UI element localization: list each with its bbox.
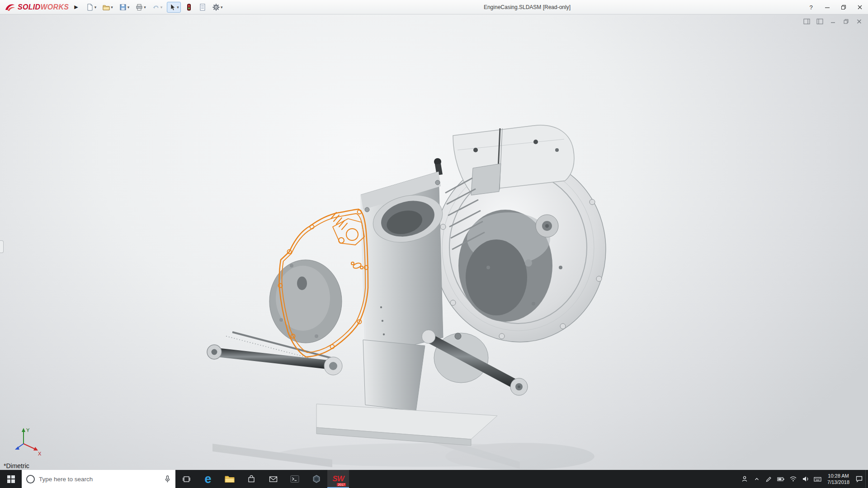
- action-center-icon: [855, 475, 863, 483]
- system-tray: 10:28 AM 7/13/2018: [738, 470, 868, 488]
- touch-keyboard-icon: [814, 476, 821, 482]
- windows-logo-icon: [7, 475, 15, 483]
- doc-close-button[interactable]: [854, 17, 863, 25]
- microphone-icon[interactable]: [164, 475, 171, 483]
- engine-casing-model[interactable]: [0, 14, 868, 470]
- mail-icon: [269, 476, 278, 483]
- undo-icon: [152, 4, 160, 11]
- title-bar: SOLIDWORKS ▶ ▾ ▾ ▾: [0, 0, 868, 14]
- pen-icon: [765, 476, 772, 483]
- solidworks-letters: SW: [332, 474, 344, 483]
- action-center-button[interactable]: [853, 470, 865, 488]
- print-icon: [136, 4, 143, 11]
- edge-button[interactable]: e: [197, 470, 219, 488]
- pane-left-button[interactable]: [802, 17, 811, 25]
- cortana-icon: [26, 475, 35, 483]
- save-icon: [119, 4, 127, 11]
- new-document-icon: [86, 4, 94, 11]
- people-icon: [741, 475, 748, 483]
- battery-icon: [777, 476, 785, 482]
- hidden-icons-button[interactable]: [750, 470, 763, 488]
- window-controls: ?: [803, 0, 868, 14]
- mail-button[interactable]: [262, 470, 284, 488]
- pane-right-button[interactable]: [815, 17, 824, 25]
- doc-minimize-button[interactable]: [828, 17, 837, 25]
- command-prompt-icon: [290, 475, 299, 483]
- network-button[interactable]: [787, 470, 799, 488]
- restore-button[interactable]: [835, 0, 852, 14]
- hidden-icons-caret-icon: [754, 476, 760, 482]
- options-gear-icon: [212, 4, 220, 11]
- volume-button[interactable]: [799, 470, 811, 488]
- logo-text-solid: SOLID: [18, 3, 40, 11]
- undo-button[interactable]: ▾: [151, 2, 165, 13]
- solidworks-logo: SOLIDWORKS: [0, 3, 71, 12]
- rebuild-traffic-light-icon: [185, 4, 193, 11]
- touch-keyboard-button[interactable]: [811, 470, 824, 488]
- close-button[interactable]: [852, 0, 868, 14]
- select-tool-button[interactable]: ▾: [167, 2, 181, 13]
- minimize-button[interactable]: [819, 0, 835, 14]
- windows-taskbar: e: [0, 470, 868, 488]
- search-input[interactable]: [39, 476, 160, 483]
- time-text: 10:28 AM: [827, 473, 849, 479]
- start-button[interactable]: [0, 470, 22, 488]
- taskbar-search[interactable]: [22, 470, 175, 488]
- show-desktop-button[interactable]: [865, 470, 868, 488]
- solidworks-app-icon: SW 2017: [331, 472, 345, 486]
- solidworks-year-badge: 2017: [337, 483, 346, 486]
- triad-x-label: X: [38, 451, 42, 456]
- hexagon-app-button[interactable]: [306, 470, 327, 488]
- clutch-casing-part[interactable]: [434, 157, 606, 383]
- file-explorer-button[interactable]: [219, 470, 241, 488]
- solidworks-app-button[interactable]: SW 2017: [327, 470, 349, 488]
- file-properties-button[interactable]: [197, 2, 208, 13]
- minimize-icon: [824, 4, 830, 10]
- solidworks-logo-mark: [5, 3, 15, 12]
- help-button[interactable]: ?: [803, 0, 819, 14]
- round-cover-part[interactable]: [269, 260, 342, 343]
- orientation-label: *Dimetric: [4, 462, 29, 469]
- gasket-top-detail: [331, 212, 364, 269]
- command-prompt-button[interactable]: [284, 470, 306, 488]
- select-cursor-icon: [169, 4, 176, 11]
- date-text: 7/13/2018: [827, 479, 849, 485]
- task-view-icon: [182, 475, 191, 483]
- close-icon: [857, 4, 863, 10]
- restore-icon: [840, 4, 847, 10]
- hexagon-app-icon: [312, 474, 321, 483]
- options-button[interactable]: ▾: [211, 2, 225, 13]
- pen-settings-button[interactable]: [763, 470, 775, 488]
- orientation-triad: Y X: [8, 427, 44, 456]
- battery-button[interactable]: [775, 470, 787, 488]
- menu-expand-arrow-icon[interactable]: ▶: [74, 4, 78, 10]
- open-button[interactable]: ▾: [101, 2, 115, 13]
- print-button[interactable]: ▾: [134, 2, 148, 13]
- pinned-apps: e: [175, 470, 349, 488]
- task-view-button[interactable]: [175, 470, 197, 488]
- rebuild-button[interactable]: [184, 2, 194, 13]
- document-title: EngineCasing.SLDASM [Read-only]: [484, 4, 571, 10]
- save-button[interactable]: ▾: [118, 2, 132, 13]
- tray-clock[interactable]: 10:28 AM 7/13/2018: [824, 473, 853, 485]
- store-button[interactable]: [241, 470, 262, 488]
- triad-y-label: Y: [26, 427, 30, 433]
- volume-icon: [802, 476, 809, 482]
- people-button[interactable]: [738, 470, 750, 488]
- quick-access-toolbar: ▾ ▾ ▾ ▾ ▾: [85, 2, 225, 13]
- file-properties-icon: [199, 4, 206, 11]
- new-document-button[interactable]: ▾: [85, 2, 99, 13]
- doc-restore-button[interactable]: [841, 17, 850, 25]
- file-explorer-icon: [225, 475, 235, 483]
- graphics-viewport[interactable]: Y X *Dimetric: [0, 14, 868, 470]
- store-icon: [247, 475, 255, 483]
- edge-icon: e: [204, 473, 211, 485]
- wifi-icon: [789, 476, 797, 482]
- logo-text-works: WORKS: [40, 3, 69, 11]
- open-folder-icon: [103, 4, 110, 11]
- doc-window-controls: [802, 17, 863, 25]
